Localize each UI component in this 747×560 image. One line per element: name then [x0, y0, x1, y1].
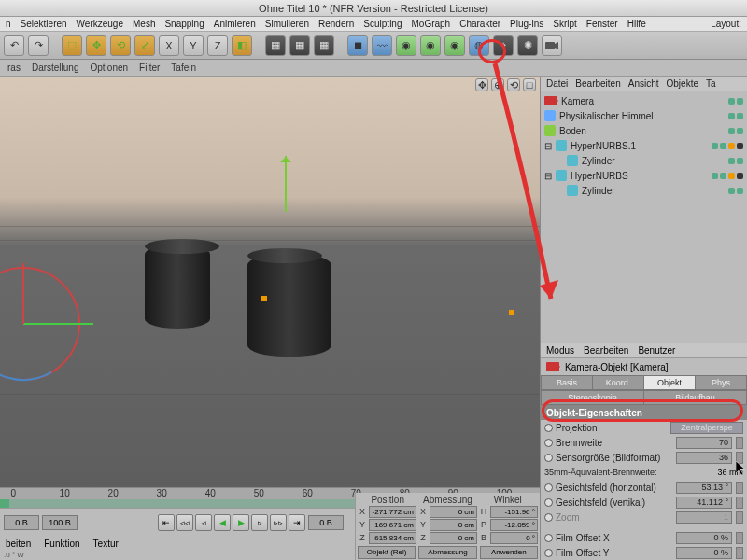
- spinner-icon[interactable]: [736, 482, 743, 494]
- play-icon[interactable]: ▶: [233, 514, 249, 531]
- menu-item[interactable]: Mesh: [133, 19, 155, 29]
- viewport-max-icon[interactable]: □: [523, 78, 536, 91]
- axis-y-icon[interactable]: Y: [183, 35, 204, 56]
- goto-start-icon[interactable]: ⇤: [158, 514, 175, 531]
- submenu-item[interactable]: ras: [7, 63, 21, 73]
- cylinder-object[interactable]: [247, 254, 331, 357]
- pos-y-input[interactable]: 169.671 cm: [369, 519, 416, 531]
- camera-icon[interactable]: [542, 35, 562, 56]
- axis-x-icon[interactable]: X: [159, 35, 179, 56]
- menu-item[interactable]: Hilfe: [627, 19, 646, 29]
- focal-length-input[interactable]: 70: [676, 437, 732, 449]
- menu-item[interactable]: MoGraph: [412, 19, 451, 29]
- tree-item[interactable]: Boden: [559, 126, 725, 136]
- select-tool-icon[interactable]: ⬚: [62, 35, 82, 56]
- tab-modus[interactable]: Modus: [546, 345, 574, 356]
- radio-icon[interactable]: [544, 534, 553, 542]
- spline-icon[interactable]: 〰: [372, 35, 392, 56]
- pos-x-input[interactable]: -271.772 cm: [369, 506, 416, 518]
- menu-item[interactable]: Fenster: [586, 19, 618, 29]
- next-frame-icon[interactable]: ▹: [251, 514, 268, 531]
- tab-tags[interactable]: Ta: [706, 78, 716, 89]
- prev-key-icon[interactable]: ◃◃: [176, 514, 193, 531]
- tree-item[interactable]: Zylinder: [582, 186, 725, 196]
- menu-item[interactable]: Werkzeuge: [77, 19, 123, 29]
- menu-item[interactable]: Skript: [553, 19, 577, 29]
- submenu-item[interactable]: Tafeln: [171, 63, 196, 73]
- menu-item[interactable]: Plug-ins: [510, 19, 543, 29]
- radio-icon[interactable]: [544, 498, 553, 507]
- generator-icon[interactable]: ◉: [420, 35, 441, 56]
- pos-z-input[interactable]: 615.834 cm: [369, 532, 416, 544]
- submenu-item[interactable]: Darstellung: [32, 63, 79, 73]
- sensor-size-input[interactable]: 36: [676, 452, 732, 464]
- viewport-pan-icon[interactable]: ✥: [475, 78, 488, 91]
- tab-datei[interactable]: Datei: [546, 78, 568, 89]
- offset-y-input[interactable]: 0 %: [676, 547, 732, 559]
- apply-button[interactable]: Anwenden: [480, 546, 538, 559]
- frame-end-input[interactable]: 100 B: [42, 515, 78, 530]
- tab-benutzer[interactable]: Benutzer: [638, 345, 675, 356]
- size-y-input[interactable]: 0 cm: [430, 519, 477, 531]
- undo-icon[interactable]: ↶: [4, 35, 24, 56]
- rot-p-input[interactable]: -12.059 °: [490, 519, 538, 531]
- radio-icon[interactable]: [544, 513, 553, 522]
- tab-bearbeiten[interactable]: Bearbeiten: [584, 345, 628, 356]
- tree-item[interactable]: Physikalischer Himmel: [559, 111, 725, 121]
- menu-item[interactable]: Simulieren: [265, 19, 309, 29]
- rot-b-input[interactable]: 0 °: [490, 532, 538, 544]
- object-tree[interactable]: Kamera Physikalischer Himmel Boden ⊟Hype…: [541, 91, 747, 213]
- spinner-icon[interactable]: [736, 511, 743, 524]
- frame-start-input[interactable]: 0 B: [4, 515, 39, 530]
- viewport-rotate-icon[interactable]: ⟲: [507, 78, 520, 91]
- size-z-input[interactable]: 0 cm: [430, 532, 477, 544]
- radio-icon[interactable]: [544, 483, 553, 492]
- tree-item[interactable]: Zylinder: [582, 156, 725, 166]
- redo-icon[interactable]: ↷: [28, 35, 49, 56]
- goto-end-icon[interactable]: ⇥: [289, 514, 305, 531]
- viewport-zoom-icon[interactable]: ⊕: [491, 78, 504, 91]
- expand-icon[interactable]: ⊟: [544, 171, 552, 181]
- offset-x-input[interactable]: 0 %: [676, 532, 732, 544]
- scale-tool-icon[interactable]: ⤢: [134, 35, 155, 56]
- render-settings-icon[interactable]: ▦: [314, 35, 334, 56]
- menu-item[interactable]: Animieren: [214, 19, 256, 29]
- spinner-icon[interactable]: [736, 547, 743, 559]
- tab-basis[interactable]: Basis: [541, 375, 593, 390]
- tab-phys[interactable]: Phys: [696, 375, 747, 390]
- submenu-item[interactable]: Optionen: [91, 63, 129, 73]
- light-icon[interactable]: ✺: [517, 35, 538, 56]
- tab-objekte[interactable]: Objekte: [667, 78, 698, 89]
- tab-koord[interactable]: Koord.: [593, 375, 644, 390]
- spinner-icon[interactable]: [736, 497, 743, 509]
- size-x-input[interactable]: 0 cm: [430, 506, 477, 518]
- menu-item[interactable]: n: [6, 19, 11, 29]
- fov-h-input[interactable]: 53.13 °: [676, 482, 732, 494]
- menu-item[interactable]: Charakter: [459, 19, 500, 29]
- radio-icon[interactable]: [544, 424, 553, 432]
- menu-item[interactable]: Snapping: [164, 19, 204, 29]
- deformer-icon[interactable]: ◉: [444, 35, 465, 56]
- cylinder-object[interactable]: [145, 245, 210, 329]
- play-back-icon[interactable]: ◀: [214, 514, 231, 531]
- tree-item[interactable]: Kamera: [561, 96, 725, 106]
- render-region-icon[interactable]: ▦: [289, 35, 310, 56]
- radio-icon[interactable]: [544, 549, 553, 557]
- cube-primitive-icon[interactable]: ◼: [347, 35, 368, 56]
- tab-bearbeiten[interactable]: Bearbeiten: [575, 78, 620, 89]
- tab-bearbeiten[interactable]: beiten: [6, 539, 31, 549]
- next-key-icon[interactable]: ▹▹: [270, 514, 287, 531]
- radio-icon[interactable]: [544, 454, 553, 462]
- submenu-item[interactable]: Filter: [139, 63, 160, 73]
- menu-item[interactable]: Rendern: [318, 19, 354, 29]
- radio-icon[interactable]: [544, 439, 553, 447]
- menu-item[interactable]: Selektieren: [21, 19, 67, 29]
- rotate-tool-icon[interactable]: ⟲: [110, 35, 131, 56]
- coord-system-icon[interactable]: ◧: [232, 35, 252, 56]
- coord-mode-dropdown[interactable]: Objekt (Rel): [358, 546, 416, 559]
- prev-frame-icon[interactable]: ◃: [195, 514, 212, 531]
- tab-textur[interactable]: Textur: [93, 539, 119, 549]
- tab-objekt[interactable]: Objekt: [644, 375, 696, 390]
- menu-item[interactable]: Sculpting: [363, 19, 402, 29]
- projection-dropdown[interactable]: Zentralperspe: [670, 422, 743, 434]
